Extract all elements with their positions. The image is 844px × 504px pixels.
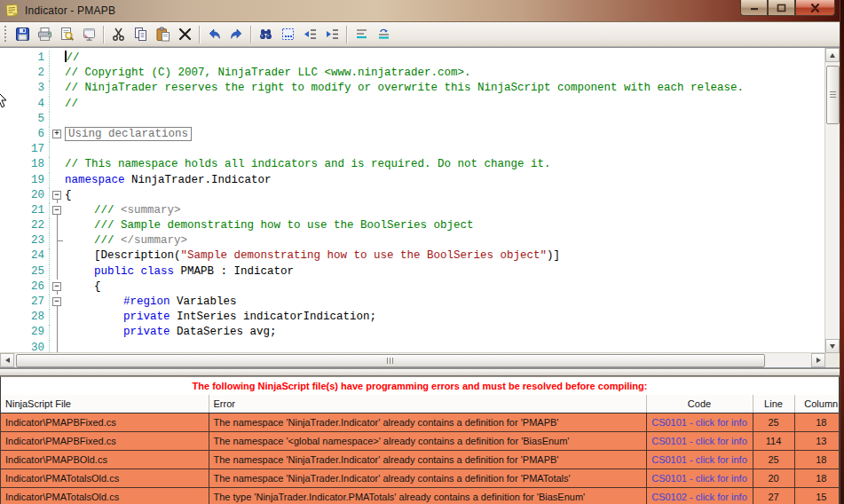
vertical-scrollbar[interactable] (824, 48, 840, 353)
code-area[interactable]: 1//2// Copyright (C) 2007, NinjaTrader L… (0, 48, 825, 353)
code-line[interactable]: 2// Copyright (C) 2007, NinjaTrader LLC … (0, 66, 825, 81)
code-line[interactable]: 24[Description("Sample demonstrating how… (0, 248, 825, 264)
minimize-button[interactable] (740, 0, 768, 16)
fold-margin[interactable]: + (50, 127, 65, 142)
undo-button[interactable] (203, 24, 225, 44)
fold-margin[interactable]: − (50, 295, 65, 310)
fold-margin (50, 264, 65, 280)
fold-margin (50, 142, 65, 157)
error-cell-code[interactable]: CS0101 - click for info (646, 451, 753, 469)
scroll-down-button[interactable] (825, 339, 840, 353)
toolbar-separator (346, 26, 348, 43)
code-line[interactable]: 1// (0, 51, 825, 66)
delete-button[interactable] (174, 24, 196, 44)
find-button[interactable] (255, 24, 277, 44)
maximize-button[interactable] (768, 0, 795, 16)
code-line[interactable]: 25public class PMAPB : Indicator (0, 264, 825, 280)
copy-button[interactable] (130, 24, 152, 44)
code-line[interactable]: 30 (0, 341, 825, 353)
vertical-scroll-thumb[interactable] (826, 66, 840, 124)
titlebar[interactable]: Indicator - PMAPB (0, 0, 840, 22)
outdent-button[interactable] (299, 24, 321, 44)
horizontal-scroll-thumb[interactable] (16, 354, 765, 367)
fold-collapse-icon[interactable]: − (52, 191, 61, 200)
error-cell-code[interactable]: CS0101 - click for info (646, 413, 753, 432)
error-row[interactable]: Indicator\PMAPBFixed.csThe namespace '<g… (1, 432, 840, 451)
error-cell-file: Indicator\PMAPBOld.cs (1, 451, 209, 469)
comment-button[interactable] (351, 24, 373, 44)
error-cell-error: The namespace '<global namespace>' alrea… (209, 432, 646, 451)
arrow-up-icon (830, 53, 835, 58)
error-row[interactable]: Indicator\PMAPBFixed.csThe namespace 'Ni… (1, 413, 840, 432)
error-row[interactable]: Indicator\PMATotalsOld.csThe type 'Ninja… (1, 488, 840, 504)
fold-expand-icon[interactable]: + (52, 130, 61, 138)
minimize-icon (749, 4, 760, 12)
print-preview-icon (59, 27, 75, 42)
line-number: 29 (0, 325, 50, 340)
maximize-icon (777, 4, 786, 12)
indent-icon (325, 27, 340, 42)
fold-margin[interactable]: − (50, 280, 65, 295)
code-line[interactable]: 23/// </summary> (0, 233, 825, 248)
code-line[interactable]: 4// (0, 97, 825, 112)
select-all-button[interactable] (277, 24, 299, 44)
code-line[interactable]: 17 (0, 142, 825, 157)
desktop: Indicator - PMAPB (0, 0, 844, 504)
code-line[interactable]: 20−{ (0, 188, 825, 203)
code-line[interactable]: 27−#region Variables (0, 295, 825, 310)
code-line[interactable]: 29private DataSeries avg; (0, 325, 825, 340)
code-line[interactable]: 28private IntSeries indicatorIndication; (0, 310, 825, 325)
code-line[interactable]: 18// This namespace holds all indicators… (0, 157, 825, 172)
fold-collapse-icon[interactable]: − (52, 206, 61, 215)
collapsed-region[interactable]: Using declarations (65, 127, 192, 141)
redo-icon (229, 27, 244, 42)
error-row[interactable]: Indicator\PMAPBOld.csThe namespace 'Ninj… (1, 451, 840, 469)
print-button[interactable] (34, 24, 56, 44)
error-cell-file: Indicator\PMATotalsOld.cs (1, 469, 209, 488)
code-text: Using declarations (65, 127, 825, 142)
undo-icon (207, 27, 222, 42)
scroll-up-button[interactable] (825, 48, 840, 62)
code-line[interactable]: 19namespace NinjaTrader.Indicator (0, 173, 825, 188)
cut-button[interactable] (107, 24, 130, 44)
paste-button[interactable] (152, 24, 174, 44)
scroll-left-button[interactable] (0, 353, 14, 367)
error-cell-column: 18 (794, 413, 840, 432)
line-number: 24 (0, 248, 50, 264)
horizontal-scrollbar[interactable] (0, 352, 825, 367)
code-line[interactable]: 22/// Sample demonstrating how to use th… (0, 218, 825, 233)
error-cell-line: 20 (753, 469, 794, 488)
fold-margin[interactable]: − (50, 203, 65, 218)
error-cell-column: 18 (794, 469, 840, 488)
fold-margin[interactable]: − (50, 188, 65, 203)
page-setup-icon (82, 27, 97, 42)
scroll-right-button[interactable] (811, 353, 825, 367)
print-preview-button[interactable] (56, 24, 78, 44)
code-line[interactable]: 5 (0, 112, 825, 127)
error-cell-code[interactable]: CS0101 - click for info (646, 469, 753, 488)
code-line[interactable]: 3// NinjaTrader reserves the right to mo… (0, 81, 825, 96)
code-line[interactable]: 21−/// <summary> (0, 203, 825, 218)
redo-button[interactable] (225, 24, 248, 44)
code-text: #region Variables (65, 295, 825, 310)
error-row[interactable]: Indicator\PMATotalsOld.csThe namespace '… (1, 469, 840, 488)
code-text: // NinjaTrader reserves the right to mod… (65, 81, 825, 96)
toolbar-grip[interactable] (4, 26, 8, 43)
code-line[interactable]: 6+Using declarations (0, 127, 825, 142)
close-button[interactable] (795, 0, 835, 16)
error-cell-code[interactable]: CS0102 - click for info (646, 488, 753, 504)
error-cell-code[interactable]: CS0101 - click for info (646, 432, 753, 451)
line-number: 30 (0, 341, 50, 353)
fold-collapse-icon[interactable]: − (52, 282, 61, 291)
panel-splitter[interactable] (0, 368, 840, 376)
save-button[interactable] (12, 24, 34, 44)
fold-collapse-icon[interactable]: − (52, 297, 61, 306)
error-cell-line: 25 (753, 451, 794, 469)
uncomment-button[interactable] (373, 24, 395, 44)
page-setup-button[interactable] (78, 24, 100, 44)
toolbar-separator (103, 26, 105, 43)
code-line[interactable]: 26−{ (0, 280, 825, 295)
code-text (65, 112, 825, 127)
close-icon (810, 4, 820, 12)
indent-button[interactable] (321, 24, 343, 44)
